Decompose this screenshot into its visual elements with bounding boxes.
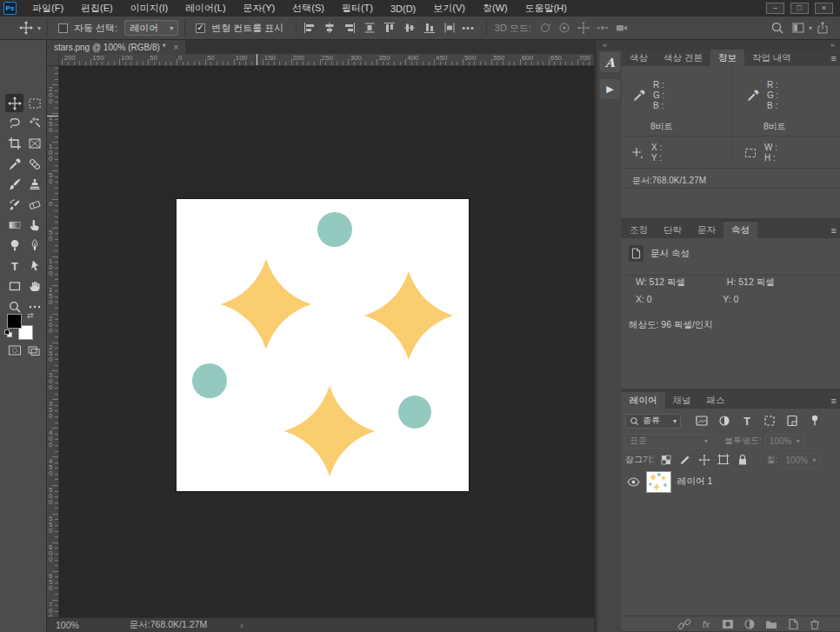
- maximize-button[interactable]: □: [790, 3, 809, 14]
- zoom-tool[interactable]: [5, 297, 23, 316]
- crop-tool[interactable]: [5, 135, 23, 153]
- menu-item-layer[interactable]: 레이어(L): [177, 2, 234, 15]
- more-align-options-button[interactable]: •••: [462, 23, 475, 33]
- close-button[interactable]: ×: [815, 3, 833, 14]
- bit-depth-selector[interactable]: 8비트: [763, 121, 786, 133]
- quick-mask-mode-button[interactable]: [8, 343, 22, 357]
- layer-name[interactable]: 레이어 1: [677, 476, 712, 488]
- align-right-edges-button[interactable]: [343, 21, 357, 35]
- roll-3d-button[interactable]: [557, 21, 571, 35]
- default-colors-icon[interactable]: [4, 329, 12, 337]
- canvas-viewport[interactable]: [59, 66, 594, 617]
- auto-select-checkbox[interactable]: [58, 23, 68, 33]
- pixel-layer-filter-icon[interactable]: [695, 414, 709, 428]
- hand-tool[interactable]: [25, 277, 43, 296]
- chevron-down-icon[interactable]: ▾: [809, 24, 812, 32]
- tab-history[interactable]: 작업 내역: [744, 50, 799, 66]
- adjustment-layer-filter-icon[interactable]: [717, 414, 731, 428]
- tab-paths[interactable]: 패스: [699, 392, 733, 409]
- menu-item-file[interactable]: 파일(F): [23, 2, 72, 15]
- new-layer-button[interactable]: [786, 617, 800, 631]
- type-layer-filter-icon[interactable]: T: [740, 414, 754, 428]
- tab-layers[interactable]: 레이어: [622, 392, 665, 409]
- type-tool[interactable]: T: [5, 256, 23, 275]
- glyphs-panel-icon[interactable]: A: [600, 52, 620, 72]
- screen-mode-button[interactable]: [27, 343, 41, 357]
- eyedropper-tool[interactable]: [5, 155, 23, 173]
- show-transform-checkbox[interactable]: [196, 23, 205, 33]
- filter-toggle-icon[interactable]: [808, 414, 822, 428]
- expand-dock-icon[interactable]: »: [830, 41, 835, 50]
- align-bottom-edges-button[interactable]: [423, 21, 437, 35]
- frame-tool[interactable]: [25, 135, 43, 153]
- dodge-tool[interactable]: [5, 236, 23, 255]
- horizontal-ruler[interactable]: 2001501005005010015020025030035040045050…: [59, 54, 594, 66]
- align-horizontal-centers-button[interactable]: [323, 21, 337, 35]
- foreground-color-swatch[interactable]: [7, 314, 22, 329]
- vertical-ruler[interactable]: 2 0 01 5 01 0 05 005 01 0 01 5 02 0 02 5…: [47, 66, 59, 617]
- blend-mode-dropdown[interactable]: 표준 ▾: [625, 434, 712, 449]
- ruler-origin-corner[interactable]: [47, 54, 59, 66]
- menu-item-type[interactable]: 문자(Y): [235, 2, 284, 15]
- slide-3d-button[interactable]: [596, 21, 610, 35]
- spot-healing-brush-tool[interactable]: [25, 155, 43, 173]
- document-canvas[interactable]: [177, 199, 469, 491]
- document-tab[interactable]: stars.png @ 100% (RGB/8) * ×: [47, 40, 185, 54]
- shape-layer-filter-icon[interactable]: [763, 414, 777, 428]
- menu-item-view[interactable]: 보기(V): [424, 2, 474, 15]
- tab-paragraph[interactable]: 단락: [656, 222, 690, 238]
- bit-depth-selector[interactable]: 8비트: [650, 121, 673, 133]
- magic-wand-tool[interactable]: [25, 114, 43, 132]
- menu-item-3d[interactable]: 3D(D): [382, 3, 424, 14]
- orbit-3d-button[interactable]: [538, 21, 552, 35]
- new-adjustment-layer-button[interactable]: [743, 617, 757, 631]
- share-icon[interactable]: [816, 21, 830, 35]
- menu-item-help[interactable]: 도움말(H): [517, 2, 576, 15]
- tool-preset-caret[interactable]: ▾: [37, 24, 41, 32]
- panel-menu-icon[interactable]: ≡: [831, 225, 837, 236]
- distribute-horizontal-button[interactable]: [363, 21, 377, 35]
- panel-menu-icon[interactable]: ≡: [831, 396, 837, 406]
- clone-stamp-tool[interactable]: [25, 176, 43, 194]
- lock-transparency-icon[interactable]: [659, 453, 673, 467]
- collapse-dock-icon[interactable]: «: [603, 41, 607, 50]
- menu-item-edit[interactable]: 편집(E): [72, 2, 122, 15]
- lock-position-icon[interactable]: [697, 453, 711, 467]
- eraser-tool[interactable]: [25, 196, 43, 214]
- auto-select-target-dropdown[interactable]: 레이어 ▾: [124, 20, 178, 36]
- delete-layer-button[interactable]: [808, 617, 822, 631]
- distribute-vertical-button[interactable]: [443, 21, 457, 35]
- pan-3d-button[interactable]: [577, 21, 590, 35]
- zoom-level-field[interactable]: 100%: [56, 620, 79, 630]
- menu-item-select[interactable]: 선택(S): [283, 2, 333, 15]
- pen-tool[interactable]: [25, 236, 43, 255]
- lock-all-icon[interactable]: [736, 453, 750, 467]
- opacity-dropdown[interactable]: 100% ▾: [765, 434, 804, 449]
- add-layer-mask-button[interactable]: [721, 617, 735, 631]
- swap-colors-icon[interactable]: ⇄: [27, 311, 34, 320]
- status-options-arrow[interactable]: ›: [240, 620, 243, 630]
- path-selection-tool[interactable]: [25, 256, 43, 275]
- camera-3d-button[interactable]: [615, 21, 629, 35]
- rectangular-marquee-tool[interactable]: [25, 94, 43, 112]
- layer-row[interactable]: 레이어 1: [622, 469, 840, 494]
- actions-panel-icon[interactable]: ▶: [600, 79, 620, 99]
- tab-channels[interactable]: 채널: [665, 392, 699, 409]
- workspace-switcher-icon[interactable]: [791, 21, 805, 35]
- brush-tool[interactable]: [5, 176, 23, 194]
- layer-filter-dropdown[interactable]: 종류 ▾: [625, 414, 681, 429]
- menu-item-window[interactable]: 창(W): [474, 2, 517, 15]
- layer-visibility-eye-icon[interactable]: [627, 477, 640, 487]
- layer-effects-button[interactable]: fx: [699, 617, 713, 631]
- gradient-tool[interactable]: [5, 216, 23, 234]
- align-vertical-centers-button[interactable]: [403, 21, 417, 35]
- menu-item-filter[interactable]: 필터(T): [333, 2, 382, 15]
- layer-thumbnail[interactable]: [647, 472, 670, 492]
- rectangle-tool[interactable]: [5, 277, 23, 296]
- align-top-edges-button[interactable]: [383, 21, 397, 35]
- smart-object-filter-icon[interactable]: [785, 414, 799, 428]
- minimize-button[interactable]: –: [766, 3, 784, 14]
- link-layers-button[interactable]: [677, 617, 691, 631]
- close-tab-icon[interactable]: ×: [174, 43, 179, 52]
- tab-character[interactable]: 문자: [690, 222, 723, 238]
